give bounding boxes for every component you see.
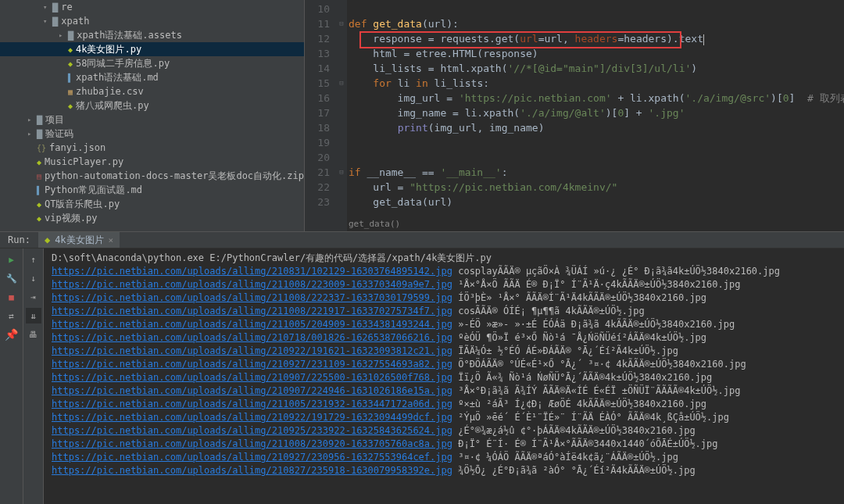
console-line: https://pic.netbian.com/uploads/allimg/2… (52, 371, 836, 384)
tree-item[interactable]: ▸▇验证码 (0, 127, 304, 141)
code-area[interactable]: def get_data(url): response = requests.g… (349, 0, 844, 209)
tree-item[interactable]: ◆猪八戒网爬虫.py (0, 98, 304, 113)
run-toolbar-inner: ↑ ↓ ⇥ ⇊ 🖶 (23, 248, 44, 504)
tree-item[interactable]: ◆MusicPlayer.py (0, 155, 304, 169)
console-line: https://pic.netbian.com/uploads/allimg/2… (52, 291, 836, 305)
tree-item[interactable]: ◆58同城二手房信息.py (0, 56, 304, 70)
run-tab[interactable]: ◆ 4k美女图片 × (38, 232, 120, 248)
tree-label: xpath语法基础.md (76, 71, 159, 84)
tree-label: fanyi.json (49, 142, 106, 153)
console-header: D:\soft\Anaconda\python.exe E:/PythonCra… (52, 252, 836, 265)
tree-label: zhubajie.csv (76, 86, 144, 97)
console-link[interactable]: https://pic.netbian.com/uploads/allimg/2… (52, 359, 452, 370)
tree-label: python-automation-docs-master吴老板doc自动化.z… (45, 170, 304, 183)
tree-label: MusicPlayer.py (45, 156, 123, 167)
console-link[interactable]: https://pic.netbian.com/uploads/allimg/2… (52, 385, 452, 396)
console-link[interactable]: https://pic.netbian.com/uploads/allimg/2… (52, 319, 452, 330)
tree-item[interactable]: ▌xpath语法基础.md (0, 70, 304, 84)
chevron-icon[interactable]: ▸ (27, 116, 37, 123)
folder-icon: ▇ (52, 2, 58, 13)
csv-file-icon: ▦ (68, 88, 73, 96)
console-link[interactable]: https://pic.netbian.com/uploads/allimg/2… (52, 266, 452, 277)
tree-item[interactable]: ◆QT版音乐爬虫.py (0, 197, 304, 211)
console-line: https://pic.netbian.com/uploads/allimg/2… (52, 451, 836, 464)
console-line: https://pic.netbian.com/uploads/allimg/2… (52, 384, 836, 398)
tree-item[interactable]: ▸▇xpath语法基础.assets (0, 28, 304, 42)
console-line: https://pic.netbian.com/uploads/allimg/2… (52, 438, 836, 451)
console-link[interactable]: https://pic.netbian.com/uploads/allimg/2… (52, 306, 452, 316)
project-tree[interactable]: ▾▇re▾▇xpath▸▇xpath语法基础.assets◆4k美女图片.py◆… (0, 0, 305, 231)
console-line: https://pic.netbian.com/uploads/allimg/2… (52, 345, 836, 358)
console-link[interactable]: https://pic.netbian.com/uploads/allimg/2… (52, 292, 452, 303)
python-file-icon: ◆ (37, 214, 41, 223)
tree-item[interactable]: ▾▇re (0, 0, 304, 14)
markdown-file-icon: ▌ (37, 186, 41, 195)
console-link[interactable]: https://pic.netbian.com/uploads/allimg/2… (52, 372, 452, 383)
console-line: https://pic.netbian.com/uploads/allimg/2… (52, 265, 836, 278)
console-line: https://pic.netbian.com/uploads/allimg/2… (52, 305, 836, 318)
tree-item[interactable]: ▦zhubajie.csv (0, 84, 304, 98)
down-button[interactable]: ↓ (26, 270, 41, 286)
tree-label: 项目 (45, 113, 64, 127)
chevron-icon[interactable]: ▸ (27, 130, 37, 138)
tree-item[interactable]: ▾▇xpath (0, 14, 304, 28)
console-link[interactable]: https://pic.netbian.com/uploads/allimg/2… (52, 425, 452, 436)
python-file-icon: ◆ (37, 200, 41, 209)
console-link[interactable]: https://pic.netbian.com/uploads/allimg/2… (52, 452, 452, 463)
wrap-button[interactable]: ⇥ (26, 289, 41, 305)
stop-button[interactable]: ■ (4, 289, 20, 305)
console-line: https://pic.netbian.com/uploads/allimg/2… (52, 358, 836, 371)
console-link[interactable]: https://pic.netbian.com/uploads/allimg/2… (52, 438, 452, 449)
tree-label: 58同城二手房信息.py (76, 57, 170, 70)
folder-icon: ▇ (37, 114, 42, 125)
tree-item[interactable]: ▤python-automation-docs-master吴老板doc自动化.… (0, 169, 304, 183)
tree-label: 猪八戒网爬虫.py (76, 99, 149, 113)
folder-icon: ▇ (37, 128, 42, 139)
tree-item[interactable]: ◆vip视频.py (0, 211, 304, 225)
console-link[interactable]: https://pic.netbian.com/uploads/allimg/2… (52, 465, 452, 476)
breadcrumb[interactable]: get_data() (349, 217, 400, 231)
tree-item[interactable]: ▌Python常见面试题.md (0, 183, 304, 197)
chevron-icon[interactable]: ▾ (43, 17, 52, 25)
run-tool-window-header: Run: ◆ 4k美女图片 × (0, 231, 844, 248)
console-link[interactable]: https://pic.netbian.com/uploads/allimg/2… (52, 399, 452, 409)
console-line: https://pic.netbian.com/uploads/allimg/2… (52, 331, 836, 345)
console-link[interactable]: https://pic.netbian.com/uploads/allimg/2… (52, 412, 452, 423)
console-link[interactable]: https://pic.netbian.com/uploads/allimg/2… (52, 332, 452, 343)
console-line: https://pic.netbian.com/uploads/allimg/2… (52, 398, 836, 411)
code-editor[interactable]: 1011121314151617181920212223 ⊟⊟⊟ def get… (305, 0, 844, 231)
tree-label: re (61, 2, 72, 13)
tree-label: xpath语法基础.assets (77, 29, 182, 42)
close-icon[interactable]: × (109, 235, 114, 245)
chevron-icon[interactable]: ▸ (59, 31, 68, 39)
python-file-icon: ◆ (37, 158, 41, 166)
json-file-icon: {} (37, 144, 46, 152)
tree-item[interactable]: ▸▇项目 (0, 113, 304, 127)
zip-file-icon: ▤ (37, 172, 41, 181)
rerun-button[interactable]: ▶ (4, 252, 20, 267)
tree-item[interactable]: ◆4k美女图片.py (0, 42, 304, 56)
console-line: https://pic.netbian.com/uploads/allimg/2… (52, 318, 836, 331)
tree-label: 验证码 (45, 127, 73, 141)
console-link[interactable]: https://pic.netbian.com/uploads/allimg/2… (52, 279, 452, 290)
up-button[interactable]: ↑ (26, 252, 41, 267)
markdown-file-icon: ▌ (68, 73, 73, 82)
tree-item[interactable]: {}fanyi.json (0, 141, 304, 155)
console-output[interactable]: D:\soft\Anaconda\python.exe E:/PythonCra… (44, 248, 844, 504)
console-line: https://pic.netbian.com/uploads/allimg/2… (52, 411, 836, 424)
tree-label: QT版音乐爬虫.py (45, 198, 120, 211)
python-file-icon: ◆ (68, 59, 73, 68)
chevron-icon[interactable]: ▾ (43, 3, 52, 11)
layout-button[interactable]: ⇄ (4, 308, 20, 323)
pin-button[interactable]: 📌 (4, 327, 20, 342)
python-file-icon: ◆ (68, 45, 73, 54)
print-button[interactable]: 🖶 (26, 327, 41, 342)
folder-icon: ▇ (52, 16, 58, 27)
scroll-button[interactable]: ⇊ (26, 308, 41, 323)
settings-button[interactable]: 🔧 (4, 270, 20, 286)
run-tab-title: 4k美女图片 (55, 234, 103, 247)
python-file-icon: ◆ (68, 102, 73, 110)
fold-column[interactable]: ⊟⊟⊟ (336, 0, 347, 231)
console-link[interactable]: https://pic.netbian.com/uploads/allimg/2… (52, 345, 452, 356)
folder-icon: ▇ (68, 30, 73, 41)
